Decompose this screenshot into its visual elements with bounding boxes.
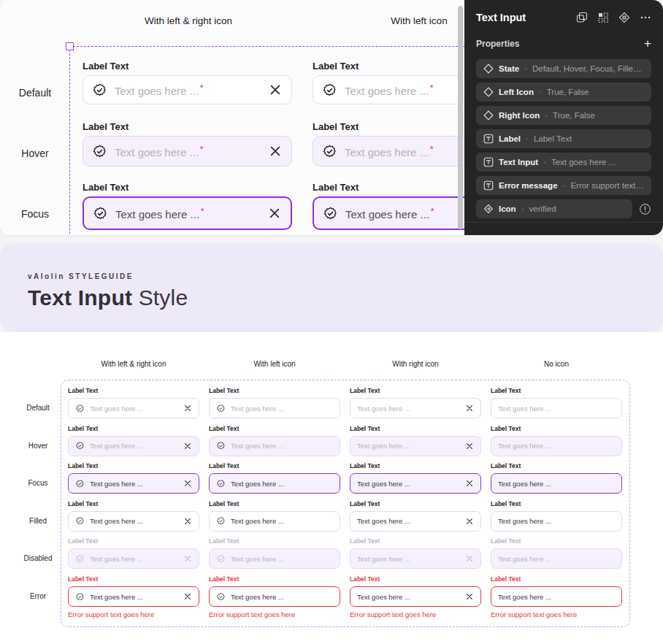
add-property-button[interactable]: + bbox=[644, 39, 651, 49]
text-input-disabled[interactable]: Text goes here ... bbox=[68, 548, 199, 569]
text-input-focus[interactable]: Text goes here ... bbox=[209, 473, 340, 494]
variant-diamond-icon bbox=[483, 110, 494, 120]
input-placeholder: Text goes here ... bbox=[231, 517, 332, 525]
required-asterisk: * bbox=[200, 145, 203, 153]
property-row[interactable]: Text Input · Text goes here ... bbox=[476, 153, 651, 172]
property-row[interactable]: Right Icon · True, False bbox=[476, 106, 651, 125]
property-pill[interactable]: Error message · Error support text go...… bbox=[476, 176, 651, 195]
text-input-filled[interactable]: Text goes here ... bbox=[209, 511, 340, 532]
text-input-disabled[interactable]: Text goes here ... bbox=[209, 548, 340, 569]
property-row[interactable]: State · Default, Hover, Focus, Filled, .… bbox=[476, 59, 651, 78]
vertical-scrollbar[interactable] bbox=[458, 6, 463, 229]
text-input-focus[interactable]: Text goes here ... bbox=[350, 473, 481, 494]
property-pill[interactable]: Right Icon · True, False bbox=[476, 106, 651, 125]
clear-icon[interactable] bbox=[184, 593, 191, 600]
text-input-default[interactable]: Text goes here ...* bbox=[83, 75, 292, 104]
text-input-focus[interactable]: Text goes here ... bbox=[491, 473, 622, 494]
info-icon[interactable] bbox=[639, 203, 651, 215]
clear-icon[interactable] bbox=[184, 518, 191, 525]
required-asterisk: * bbox=[201, 207, 204, 215]
text-input-default[interactable]: Text goes here ... bbox=[68, 398, 199, 418]
property-name: Left Icon bbox=[499, 88, 534, 96]
field-label: Label Text bbox=[313, 121, 464, 132]
text-input-filled[interactable]: Text goes here ... bbox=[68, 511, 199, 532]
variants-target-icon[interactable] bbox=[618, 12, 630, 23]
property-name: State bbox=[499, 64, 519, 73]
input-placeholder: Text goes here ... bbox=[90, 480, 184, 488]
property-pill[interactable]: Left Icon · True, False bbox=[476, 83, 651, 101]
clear-icon[interactable] bbox=[466, 518, 473, 525]
text-input-hover[interactable]: Text goes here ... bbox=[350, 436, 481, 456]
text-input-hover[interactable]: Text goes here ... bbox=[68, 436, 199, 456]
text-input-hover[interactable]: Text goes here ... bbox=[209, 436, 340, 456]
separator: · bbox=[545, 111, 548, 120]
text-input-error[interactable]: Text goes here ... bbox=[68, 586, 199, 607]
text-input-filled[interactable]: Text goes here ... bbox=[350, 511, 481, 532]
field-label: Label Text bbox=[83, 61, 292, 72]
input-placeholder: Text goes here ... bbox=[357, 593, 466, 601]
text-input-hover[interactable]: Text goes here ...* bbox=[83, 136, 292, 166]
field-label: Label Text bbox=[491, 500, 622, 507]
selection-handle[interactable] bbox=[66, 42, 74, 50]
property-row[interactable]: Error message · Error support text go...… bbox=[476, 176, 651, 195]
field-label: Label Text bbox=[491, 425, 622, 432]
separator: · bbox=[524, 64, 527, 73]
field-label: Label Text bbox=[68, 387, 199, 394]
text-input-disabled[interactable]: Text goes here ... bbox=[350, 548, 481, 569]
verified-badge-icon bbox=[323, 206, 338, 221]
state-row-label: Focus bbox=[6, 208, 64, 220]
text-input-default[interactable]: Text goes here ... bbox=[491, 398, 622, 418]
property-value: Text goes here ... bbox=[551, 158, 616, 166]
text-input-focus[interactable]: Text goes here ... bbox=[68, 473, 199, 494]
panel-title: Text Input bbox=[476, 12, 576, 23]
state-row-label: Disabled bbox=[6, 554, 70, 562]
input-placeholder: Text goes here ...* bbox=[345, 145, 464, 158]
canvas-viewport[interactable]: With left & right icon With left icon De… bbox=[0, 0, 464, 235]
text-input-error[interactable]: Text goes here ... bbox=[209, 586, 340, 607]
verified-badge-icon bbox=[75, 404, 85, 413]
clear-icon[interactable] bbox=[269, 84, 281, 96]
property-row[interactable]: Icon · verified bbox=[476, 199, 651, 218]
text-input-default[interactable]: Text goes here ... bbox=[209, 398, 340, 418]
verified-badge-icon bbox=[216, 479, 226, 488]
clear-icon[interactable] bbox=[184, 480, 191, 487]
clear-icon[interactable] bbox=[466, 593, 473, 600]
component-grid-icon[interactable] bbox=[597, 12, 609, 23]
text-input-default[interactable]: Text goes here ... bbox=[350, 398, 481, 418]
text-input-focus[interactable]: Text goes here ...* bbox=[313, 196, 464, 230]
clear-icon[interactable] bbox=[466, 405, 473, 412]
clear-icon[interactable] bbox=[466, 555, 473, 562]
verified-badge-icon bbox=[216, 554, 226, 564]
properties-section-header: Properties + bbox=[476, 38, 651, 50]
text-input-error[interactable]: Text goes here ... bbox=[350, 586, 481, 607]
text-input-hover[interactable]: Text goes here ...* bbox=[313, 136, 464, 166]
clear-icon[interactable] bbox=[184, 405, 191, 412]
clear-icon[interactable] bbox=[269, 207, 280, 219]
text-input-hover[interactable]: Text goes here ... bbox=[491, 436, 622, 456]
text-input-focus[interactable]: Text goes here ...* bbox=[83, 196, 292, 230]
property-row[interactable]: Left Icon · True, False bbox=[476, 83, 651, 101]
clear-icon[interactable] bbox=[466, 442, 473, 450]
property-pill[interactable]: Label · Label Text bbox=[476, 129, 651, 148]
clear-icon[interactable] bbox=[466, 480, 473, 487]
clear-icon[interactable] bbox=[184, 442, 191, 450]
panel-divider bbox=[464, 222, 663, 223]
field-label: Label Text bbox=[313, 182, 464, 193]
property-pill[interactable]: Icon · verified bbox=[476, 199, 632, 218]
styleguide-column-header: With left icon bbox=[209, 360, 340, 368]
copy-instance-icon[interactable] bbox=[576, 12, 588, 23]
page-title: Text Input Style bbox=[28, 285, 663, 310]
text-input-default[interactable]: Text goes here ...* bbox=[313, 75, 464, 104]
required-asterisk: * bbox=[200, 83, 203, 92]
property-pill[interactable]: State · Default, Hover, Focus, Filled, .… bbox=[476, 59, 651, 78]
property-row[interactable]: Label · Label Text bbox=[476, 129, 651, 148]
property-name: Icon bbox=[499, 204, 516, 213]
text-input-error[interactable]: Text goes here ... bbox=[491, 586, 622, 607]
styleguide-banner: vAlolin STYLEGUIDE Text Input Style bbox=[0, 243, 663, 332]
more-options-icon[interactable] bbox=[640, 12, 651, 23]
clear-icon[interactable] bbox=[269, 145, 281, 157]
property-pill[interactable]: Text Input · Text goes here ... bbox=[476, 153, 651, 172]
clear-icon[interactable] bbox=[184, 555, 191, 562]
text-input-filled[interactable]: Text goes here ... bbox=[491, 511, 622, 532]
text-input-disabled[interactable]: Text goes here ... bbox=[491, 548, 622, 569]
